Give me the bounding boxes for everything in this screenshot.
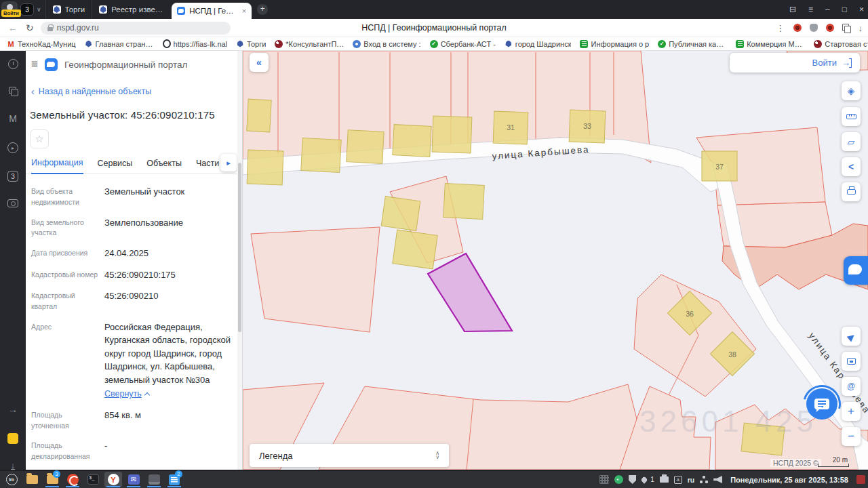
- reload-icon[interactable]: ↻: [26, 22, 34, 33]
- parcel-polygon[interactable]: [634, 274, 756, 396]
- downloads-icon[interactable]: ↓: [859, 23, 863, 33]
- extension-icon[interactable]: [826, 24, 834, 32]
- building[interactable]: [301, 138, 341, 173]
- network-icon[interactable]: [700, 476, 708, 483]
- bookmark-item[interactable]: Стартовая стран: [814, 40, 868, 48]
- volume-icon[interactable]: [713, 476, 722, 483]
- browser-tab-torgi[interactable]: Торги: [45, 0, 92, 19]
- taskbar-files[interactable]: [23, 472, 41, 487]
- browser-tab-nspd-active[interactable]: НСПД | Геоинформаци ×: [172, 3, 252, 19]
- taskbar-browser-alt[interactable]: [64, 472, 81, 487]
- building[interactable]: [393, 125, 431, 157]
- shield-icon[interactable]: [629, 475, 636, 484]
- tab-group-counter[interactable]: 3: [20, 3, 34, 16]
- taskbar-terminal[interactable]: [84, 472, 102, 487]
- bookmark-item[interactable]: Сбербанк-АСТ -: [430, 40, 496, 48]
- building[interactable]: [432, 116, 472, 153]
- coordinate-search-button[interactable]: @: [842, 377, 861, 396]
- building[interactable]: [347, 130, 384, 164]
- close-window-icon[interactable]: ×: [859, 5, 864, 14]
- keyboard-layout[interactable]: ru: [688, 476, 695, 484]
- chevron-down-icon[interactable]: ∨: [37, 6, 41, 13]
- taskbar-yandex-browser[interactable]: [104, 472, 122, 487]
- parcel-polygon[interactable]: [251, 227, 380, 332]
- yandex-services-icon[interactable]: [7, 433, 18, 444]
- sidebar-arrow-icon[interactable]: →: [7, 403, 19, 415]
- taskbar-clock[interactable]: Понедельник, 25 авг 2025, 13:58: [730, 476, 848, 484]
- bookmark-item[interactable]: город Шадринск: [505, 40, 572, 48]
- hamburger-menu-icon[interactable]: ≡: [31, 58, 38, 71]
- bookmark-item[interactable]: https://fias-lk.nal: [163, 40, 227, 48]
- bookmark-item[interactable]: Торги: [236, 40, 266, 48]
- taskbar-documents[interactable]: 2: [165, 472, 183, 487]
- mail-shortcut-icon[interactable]: М: [7, 113, 19, 125]
- pin-icon[interactable]: [640, 476, 648, 483]
- scrollbar-thumb[interactable]: [238, 163, 241, 332]
- chat-fab[interactable]: [803, 385, 841, 423]
- extension-icon[interactable]: [793, 24, 802, 32]
- locate-button[interactable]: ▶: [842, 327, 861, 346]
- tab-list-icon[interactable]: ⊟: [789, 5, 796, 14]
- building[interactable]: [381, 197, 420, 231]
- start-menu-button[interactable]: [3, 472, 20, 487]
- browser-tab-reestr[interactable]: Реестр извещений: [92, 0, 172, 19]
- close-tab-icon[interactable]: ×: [242, 7, 246, 15]
- collapse-panel-button[interactable]: «: [250, 53, 269, 72]
- building[interactable]: [247, 99, 271, 132]
- printer-icon[interactable]: [660, 476, 669, 483]
- panel-scrollbar[interactable]: [237, 51, 242, 470]
- back-icon[interactable]: ←: [8, 22, 18, 33]
- tray-app-icon[interactable]: [599, 475, 609, 484]
- bookmark-item[interactable]: Публичная кадас: [658, 40, 727, 48]
- tab-objects[interactable]: Объекты: [146, 159, 182, 174]
- vpn-icon[interactable]: [614, 475, 623, 484]
- bookmark-item[interactable]: Вход в систему :: [353, 40, 420, 48]
- taskbar-mail[interactable]: [125, 472, 142, 487]
- legend-toggle-icon[interactable]: ∧∨: [435, 451, 439, 460]
- browser-profile-avatar[interactable]: Войти: [1, 1, 18, 18]
- extension-icon[interactable]: [810, 24, 818, 32]
- minimize-icon[interactable]: –: [825, 5, 830, 14]
- building[interactable]: [443, 184, 485, 220]
- maximize-icon[interactable]: □: [842, 5, 847, 14]
- area-measure-button[interactable]: ▱: [842, 132, 861, 151]
- collections-icon[interactable]: [842, 24, 850, 32]
- selected-parcel-polygon[interactable]: [428, 253, 512, 331]
- share-button[interactable]: <: [842, 157, 861, 176]
- legend-bar[interactable]: Легенда ∧∨: [250, 444, 449, 467]
- tabs-scroll-right-button[interactable]: ▸: [220, 154, 237, 171]
- map-canvas[interactable]: 31 33 37 36 38 улица Карбышева улица Кар…: [243, 51, 868, 470]
- zoom-in-button[interactable]: +: [842, 402, 861, 421]
- taskbar-app[interactable]: [145, 472, 163, 487]
- collapse-address-link[interactable]: Свернуть: [104, 388, 149, 401]
- layers-button[interactable]: ◈: [842, 81, 861, 100]
- tab-information[interactable]: Информация: [31, 158, 83, 174]
- screenshot-icon[interactable]: [7, 199, 18, 207]
- map-login-button[interactable]: Войти→: [730, 53, 860, 73]
- bookmark-item[interactable]: ТехноКад-Муниц: [7, 40, 76, 48]
- taskbar-file-manager[interactable]: 3: [43, 472, 61, 487]
- kebab-menu-icon[interactable]: ⋮: [776, 23, 785, 33]
- nspd-logo-tab[interactable]: [844, 256, 868, 285]
- measure-button[interactable]: [842, 107, 861, 126]
- tab-counter-icon[interactable]: 3: [7, 171, 18, 182]
- bookmark-item[interactable]: *КонсультантПлю: [275, 40, 344, 48]
- notification-icon[interactable]: [856, 475, 865, 484]
- bookmark-item[interactable]: Коммерция МО.х: [736, 40, 805, 48]
- building[interactable]: [247, 150, 283, 185]
- tabs-panel-icon[interactable]: [9, 87, 17, 95]
- tab-services[interactable]: Сервисы: [98, 159, 133, 174]
- print-button[interactable]: [842, 182, 861, 201]
- building[interactable]: [393, 230, 437, 269]
- zoom-out-button[interactable]: −: [842, 427, 861, 446]
- downloads-tray-icon[interactable]: ↓: [11, 462, 16, 470]
- extent-button[interactable]: [842, 352, 861, 371]
- input-method-icon[interactable]: [674, 476, 682, 484]
- back-to-results-link[interactable]: ‹ Назад в найденные объекты: [31, 86, 242, 97]
- url-field[interactable]: nspd.gov.ru: [41, 22, 231, 35]
- history-icon[interactable]: [8, 59, 18, 69]
- bookmark-item[interactable]: Информация о р: [580, 40, 649, 48]
- bookmark-item[interactable]: Главная страниц: [85, 40, 154, 48]
- new-tab-button[interactable]: +: [257, 4, 268, 15]
- favorite-star-button[interactable]: ☆: [30, 129, 49, 148]
